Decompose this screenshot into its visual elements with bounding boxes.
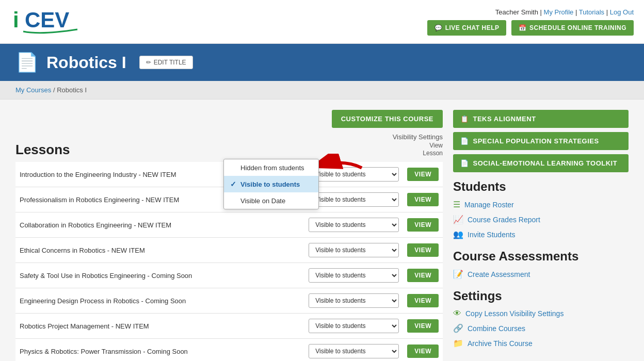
lesson-name-cell: Engineering Design Process in Robotics -… — [15, 288, 304, 314]
top-nav: i CEV Teacher Smith | My Profile | Tutor… — [0, 0, 644, 44]
view-lesson-button[interactable]: VIEW — [407, 193, 439, 206]
view-btn-cell: VIEW — [403, 263, 443, 288]
option-visible[interactable]: ✓ Visible to students — [224, 176, 318, 192]
my-profile-link[interactable]: My Profile — [544, 8, 574, 16]
lesson-name-cell: Robotics Project Management - NEW ITEM — [15, 314, 304, 339]
table-row: Collaboration in Robotics Engineering - … — [15, 212, 443, 238]
visibility-select-cell: Hidden from studentsVisible to studentsV… — [304, 288, 403, 314]
teks-alignment-button[interactable]: 📋 TEKS ALIGNMENT — [453, 110, 629, 128]
view-btn-cell: VIEW — [403, 162, 443, 187]
nav-buttons: 💬 LIVE CHAT HELP 📅 SCHEDULE ONLINE TRAIN… — [427, 20, 634, 36]
table-row: Ethical Concerns in Robotics - NEW ITEMH… — [15, 238, 443, 263]
special-population-button[interactable]: 📄 SPECIAL POPULATION STRATEGIES — [453, 132, 629, 150]
visibility-select[interactable]: Hidden from studentsVisible to studentsV… — [309, 167, 399, 182]
view-btn-cell: VIEW — [403, 339, 443, 361]
lessons-header-row: Lessons Visibility Settings View Lesson — [15, 133, 443, 158]
table-row: Robotics Project Management - NEW ITEMHi… — [15, 314, 443, 339]
center-panel: CUSTOMIZE THIS COURSE Lessons Visibility… — [15, 110, 443, 361]
social-icon: 📄 — [460, 159, 469, 167]
view-lesson-button[interactable]: VIEW — [407, 218, 439, 232]
assessment-icon: 📝 — [453, 269, 463, 279]
visibility-select[interactable]: Hidden from studentsVisible to studentsV… — [309, 218, 399, 232]
manage-roster-link[interactable]: ☰ Manage Roster — [453, 197, 629, 212]
visibility-select-cell: Hidden from studentsVisible to studentsV… — [304, 187, 403, 212]
lesson-name-cell: Physics & Robotics: Power Transmission -… — [15, 339, 304, 361]
lesson-name-cell: Safety & Tool Use in Robotics Engineerin… — [15, 263, 304, 288]
lesson-name-cell: Ethical Concerns in Robotics - NEW ITEM — [15, 238, 304, 263]
schedule-training-button[interactable]: 📅 SCHEDULE ONLINE TRAINING — [511, 20, 634, 36]
view-lesson-button[interactable]: VIEW — [407, 243, 439, 257]
visibility-select[interactable]: Hidden from studentsVisible to studentsV… — [309, 293, 399, 308]
user-links: Teacher Smith | My Profile | Tutorials |… — [495, 8, 634, 16]
social-emotional-button[interactable]: 📄 SOCIAL-EMOTIONAL LEARNING TOOLKIT — [453, 154, 629, 172]
visibility-select-cell: Hidden from studentsVisible to studentsV… — [304, 162, 403, 187]
hidden-check — [230, 163, 237, 172]
page-header: 📄 Robotics I ✏ EDIT TITLE — [0, 44, 644, 81]
live-chat-button[interactable]: 💬 LIVE CHAT HELP — [427, 20, 506, 36]
view-lesson-button[interactable]: VIEW — [407, 294, 439, 307]
lessons-title: Lessons — [15, 142, 70, 158]
svg-text:CEV: CEV — [25, 8, 69, 32]
view-btn-cell: VIEW — [403, 238, 443, 263]
view-btn-cell: VIEW — [403, 314, 443, 339]
create-assessment-link[interactable]: 📝 Create Assessment — [453, 267, 629, 282]
doc-icon: 📄 — [15, 52, 39, 73]
option-hidden[interactable]: Hidden from students — [224, 159, 318, 176]
visibility-select-cell: Hidden from studentsVisible to studentsV… — [304, 238, 403, 263]
archive-course-link[interactable]: 📁 Archive This Course — [453, 336, 629, 351]
logo-icon: i CEV — [10, 7, 93, 35]
settings-section-title: Settings — [453, 289, 629, 303]
tutorials-link[interactable]: Tutorials — [579, 8, 604, 16]
top-right: Teacher Smith | My Profile | Tutorials |… — [427, 8, 634, 36]
view-btn-cell: VIEW — [403, 288, 443, 314]
main-content: CUSTOMIZE THIS COURSE Lessons Visibility… — [0, 100, 644, 361]
table-row: Engineering Design Process in Robotics -… — [15, 288, 443, 314]
visibility-select[interactable]: Hidden from studentsVisible to studentsV… — [309, 344, 399, 358]
breadcrumb: My Courses / Robotics I — [0, 81, 644, 100]
log-out-link[interactable]: Log Out — [610, 8, 634, 16]
visibility-dropdown-popup: Hidden from students ✓ Visible to studen… — [223, 159, 319, 209]
edit-title-button[interactable]: ✏ EDIT TITLE — [139, 56, 193, 69]
visibility-settings-header: Visibility Settings View Lesson — [393, 133, 443, 158]
combine-icon: 🔗 — [453, 323, 463, 333]
visibility-select-cell: Hidden from studentsVisible to studentsV… — [304, 339, 403, 361]
invite-students-link[interactable]: 👥 Invite Students — [453, 227, 629, 242]
teks-icon: 📋 — [460, 115, 469, 123]
view-lesson-button[interactable]: VIEW — [407, 168, 439, 181]
table-row: Physics & Robotics: Power Transmission -… — [15, 339, 443, 361]
table-row: Safety & Tool Use in Robotics Engineerin… — [15, 263, 443, 288]
visibility-select[interactable]: Hidden from studentsVisible to studentsV… — [309, 319, 399, 333]
students-section-title: Students — [453, 179, 629, 194]
chat-icon: 💬 — [434, 24, 443, 31]
logo-area: i CEV — [10, 7, 93, 37]
view-lesson-button[interactable]: VIEW — [407, 269, 439, 282]
copy-visibility-link[interactable]: 👁 Copy Lesson Visibility Settings — [453, 306, 629, 321]
visibility-icon: 👁 — [453, 309, 461, 318]
visibility-select[interactable]: Hidden from studentsVisible to studentsV… — [309, 243, 399, 257]
view-lesson-button[interactable]: VIEW — [407, 344, 439, 358]
lesson-name-cell: Collaboration in Robotics Engineering - … — [15, 212, 304, 238]
svg-text:i: i — [13, 8, 19, 32]
assessments-section-title: Course Assessments — [453, 249, 629, 264]
breadcrumb-home[interactable]: My Courses — [15, 86, 51, 94]
course-grades-link[interactable]: 📈 Course Grades Report — [453, 212, 629, 227]
pencil-icon: ✏ — [146, 59, 151, 66]
view-btn-cell: VIEW — [403, 187, 443, 212]
visibility-select-cell: Hidden from studentsVisible to studentsV… — [304, 212, 403, 238]
customize-course-button[interactable]: CUSTOMIZE THIS COURSE — [332, 110, 443, 128]
visible-check: ✓ — [230, 180, 237, 188]
calendar-icon: 📅 — [519, 24, 527, 31]
vis-settings-label: Visibility Settings — [393, 133, 443, 142]
right-sidebar: 📋 TEKS ALIGNMENT 📄 SPECIAL POPULATION ST… — [453, 110, 629, 361]
sep1: | — [540, 8, 544, 16]
visibility-select[interactable]: Hidden from studentsVisible to studentsV… — [309, 268, 399, 283]
special-pop-icon: 📄 — [460, 137, 469, 145]
user-name: Teacher Smith — [495, 8, 538, 16]
visibility-select[interactable]: Hidden from studentsVisible to studentsV… — [309, 192, 399, 207]
view-lesson-button[interactable]: VIEW — [407, 319, 439, 333]
combine-courses-link[interactable]: 🔗 Combine Courses — [453, 321, 629, 336]
archive-icon: 📁 — [453, 338, 463, 348]
option-on-date[interactable]: Visible on Date — [224, 192, 318, 209]
grades-icon: 📈 — [453, 215, 463, 224]
page-title: Robotics I — [46, 53, 126, 72]
